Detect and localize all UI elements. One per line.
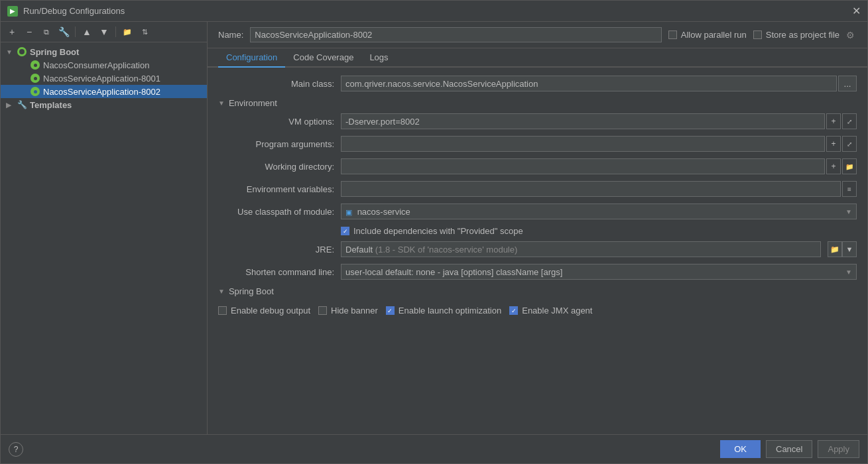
spring-boot-group[interactable]: ▼ Spring Boot — [1, 45, 207, 58]
close-button[interactable]: ✕ — [852, 5, 861, 17]
enable-jmx-item: Enable JMX agent — [509, 306, 592, 316]
name-row: Name: Allow parallel run Store as projec… — [208, 22, 867, 48]
env-vars-row: Environment variables: ≡ — [218, 181, 857, 197]
shorten-label: Shorten command line: — [218, 267, 334, 277]
working-dir-field-container: + 📁 — [341, 158, 857, 174]
move-down-button[interactable]: ▼ — [97, 25, 111, 39]
main-content: + − ⧉ 🔧 ▲ ▼ 📁 ⇅ ▼ Spring Boot — [1, 22, 867, 434]
move-up-button[interactable]: ▲ — [80, 25, 94, 39]
env-vars-input[interactable] — [341, 181, 841, 197]
spring-boot-group-icon — [17, 46, 27, 57]
enable-debug-label: Enable debug output — [231, 306, 310, 316]
working-dir-input[interactable] — [341, 158, 825, 174]
program-args-input[interactable] — [341, 136, 825, 152]
tree-area: ▼ Spring Boot NacosConsumerApplication — [1, 42, 207, 434]
main-class-browse-button[interactable]: ... — [838, 76, 857, 91]
program-args-add-button[interactable]: + — [826, 136, 841, 152]
classpath-value: nacos-service — [357, 207, 410, 217]
main-class-input[interactable] — [341, 76, 837, 91]
sort-button[interactable]: ⇅ — [137, 25, 152, 39]
tree-item-nacos-service-8002[interactable]: NacosServiceApplication-8002 — [1, 85, 207, 98]
templates-expand-arrow: ▶ — [6, 101, 14, 109]
jre-browse-button[interactable]: 📁 — [828, 241, 842, 257]
store-project-gear-button[interactable]: ⚙ — [843, 29, 857, 42]
allow-parallel-checkbox[interactable] — [668, 30, 677, 39]
cancel-button[interactable]: Cancel — [766, 440, 812, 458]
classpath-dropdown[interactable]: ▣ nacos-service ▼ — [341, 203, 857, 219]
tab-code-coverage[interactable]: Code Coverage — [285, 48, 361, 68]
enable-debug-checkbox[interactable] — [218, 306, 227, 315]
tab-configuration[interactable]: Configuration — [218, 48, 285, 68]
vm-options-input[interactable] — [341, 113, 825, 129]
program-args-field-container: + ⤢ — [341, 136, 857, 152]
program-args-expand-button[interactable]: ⤢ — [842, 136, 857, 152]
name-input[interactable] — [250, 27, 661, 42]
spring-boot-options: Enable debug output Hide banner Enable l… — [218, 302, 857, 319]
vm-options-add-button[interactable]: + — [826, 113, 841, 129]
ok-button[interactable]: OK — [720, 440, 761, 458]
help-button[interactable]: ? — [9, 442, 23, 457]
vm-options-field-container: + ⤢ — [341, 113, 857, 129]
name-label: Name: — [218, 30, 243, 40]
environment-section-header: ▼ Environment — [218, 98, 857, 108]
enable-jmx-checkbox[interactable] — [509, 306, 518, 315]
enable-launch-item: Enable launch optimization — [386, 306, 501, 316]
working-dir-browse-button[interactable]: 📁 — [842, 158, 857, 174]
store-project-checkbox[interactable] — [753, 30, 762, 39]
run-debug-dialog: ▶ Run/Debug Configurations ✕ + − ⧉ 🔧 ▲ ▼… — [0, 0, 868, 464]
spring-boot-group-label: Spring Boot — [30, 47, 79, 57]
shorten-dropdown[interactable]: user-local default: none - java [options… — [341, 264, 857, 280]
enable-debug-item: Enable debug output — [218, 306, 310, 316]
action-buttons: OK Cancel Apply — [720, 440, 859, 458]
run-debug-icon: ▶ — [7, 6, 18, 17]
working-dir-row: Working directory: + 📁 — [218, 158, 857, 174]
remove-config-button[interactable]: − — [22, 25, 36, 39]
vm-options-label: VM options: — [218, 117, 334, 127]
folder-button[interactable]: 📁 — [120, 25, 135, 39]
include-deps-row: Include dependencies with "Provided" sco… — [341, 226, 857, 236]
enable-launch-checkbox[interactable] — [386, 306, 395, 315]
toolbar-separator-1 — [75, 27, 76, 37]
bottom-bar: ? OK Cancel Apply — [1, 434, 867, 463]
copy-config-button[interactable]: ⧉ — [39, 25, 54, 39]
tree-item-nacos-consumer[interactable]: NacosConsumerApplication — [1, 58, 207, 72]
title-bar-left: ▶ Run/Debug Configurations — [7, 6, 125, 17]
shorten-dropdown-arrow: ▼ — [845, 268, 852, 276]
shorten-row: Shorten command line: user-local default… — [218, 264, 857, 280]
tree-item-label-1: NacosServiceApplication-8001 — [43, 74, 160, 84]
nacos-service-8002-icon — [30, 86, 40, 97]
hide-banner-item: Hide banner — [318, 306, 378, 316]
program-args-label: Program arguments: — [218, 139, 334, 149]
enable-jmx-label: Enable JMX agent — [522, 306, 592, 316]
templates-icon: 🔧 — [17, 99, 27, 110]
spring-boot-section-header: ▼ Spring Boot — [218, 286, 857, 296]
working-dir-add-button[interactable]: + — [826, 158, 841, 174]
classpath-row: Use classpath of module: ▣ nacos-service… — [218, 203, 857, 219]
hide-banner-checkbox[interactable] — [318, 306, 327, 315]
left-panel: + − ⧉ 🔧 ▲ ▼ 📁 ⇅ ▼ Spring Boot — [1, 22, 208, 434]
toolbar: + − ⧉ 🔧 ▲ ▼ 📁 ⇅ — [1, 22, 207, 42]
add-config-button[interactable]: + — [5, 25, 19, 39]
jre-label: JRE: — [218, 245, 334, 255]
settings-button[interactable]: 🔧 — [56, 25, 71, 39]
tree-item-label-2: NacosServiceApplication-8002 — [43, 87, 160, 97]
environment-collapse-arrow[interactable]: ▼ — [218, 99, 225, 107]
shorten-value: user-local default: none - java [options… — [345, 267, 562, 277]
spring-boot-collapse-arrow[interactable]: ▼ — [218, 288, 225, 295]
jre-buttons: 📁 ▼ — [828, 241, 857, 257]
vm-options-expand-button[interactable]: ⤢ — [842, 113, 857, 129]
jre-row: JRE: Default (1.8 - SDK of 'nacos-servic… — [218, 241, 857, 257]
tab-logs[interactable]: Logs — [361, 48, 396, 68]
templates-group[interactable]: ▶ 🔧 Templates — [1, 98, 207, 111]
env-vars-expand-button[interactable]: ≡ — [842, 181, 857, 197]
include-deps-label: Include dependencies with "Provided" sco… — [353, 226, 523, 236]
apply-button[interactable]: Apply — [818, 440, 859, 458]
right-panel: Name: Allow parallel run Store as projec… — [208, 22, 867, 434]
config-area: Main class: ... ▼ Environment VM options… — [208, 68, 867, 434]
tabs-row: Configuration Code Coverage Logs — [208, 48, 867, 68]
jre-dropdown-button[interactable]: ▼ — [842, 241, 857, 257]
include-deps-checkbox[interactable] — [341, 227, 349, 235]
working-dir-label: Working directory: — [218, 162, 334, 172]
env-vars-label: Environment variables: — [218, 184, 334, 194]
tree-item-nacos-service-8001[interactable]: NacosServiceApplication-8001 — [1, 72, 207, 85]
